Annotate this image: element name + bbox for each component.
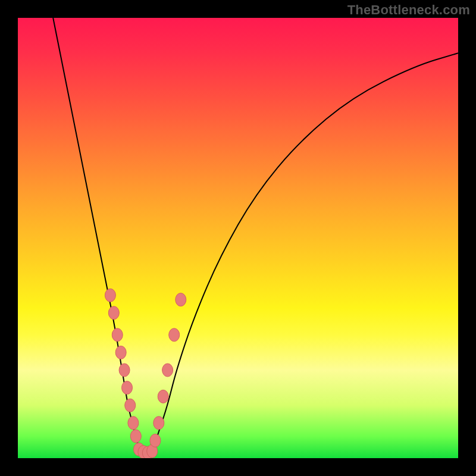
- chart-outer-frame: TheBottleneck.com: [0, 0, 476, 476]
- bead-left-6: [125, 399, 136, 412]
- bead-left-7: [128, 416, 139, 430]
- bead-right-2: [158, 390, 168, 403]
- chart-plot-area: [18, 18, 458, 458]
- bead-right-4: [169, 328, 180, 342]
- curve-layer: [53, 18, 458, 454]
- bead-right-1: [154, 416, 164, 430]
- bead-right-3: [162, 364, 173, 377]
- bead-right-5: [176, 293, 186, 306]
- chart-svg: [18, 18, 458, 458]
- bead-left-1: [108, 306, 119, 320]
- curve-right-branch: [150, 53, 458, 453]
- bead-left-0: [105, 289, 115, 302]
- bead-layer: [105, 289, 186, 458]
- bead-right-0: [150, 434, 161, 447]
- bead-left-4: [119, 364, 130, 377]
- watermark-text: TheBottleneck.com: [347, 2, 470, 18]
- bead-left-3: [115, 346, 126, 359]
- bead-left-2: [112, 328, 123, 342]
- bead-left-5: [122, 381, 133, 394]
- bead-left-8: [130, 430, 141, 443]
